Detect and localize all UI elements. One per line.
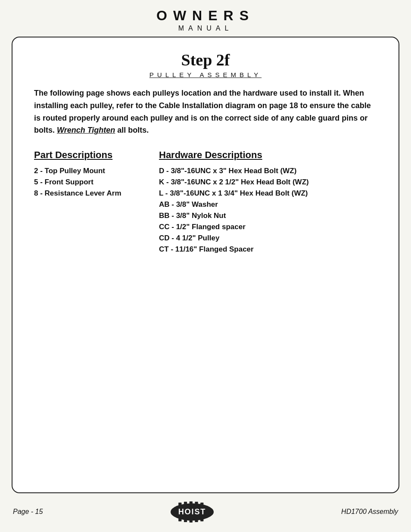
- manual-subtitle: MANUAL: [156, 25, 255, 32]
- step-subtitle: PULLEY ASSEMBLY: [34, 71, 377, 78]
- main-content-box: Step 2f PULLEY ASSEMBLY The following pa…: [12, 37, 399, 493]
- svg-rect-7: [184, 519, 187, 522]
- step-header: Step 2f PULLEY ASSEMBLY: [34, 50, 377, 78]
- descriptions-section: Part Descriptions 2 - Top Pulley Mount 5…: [34, 149, 377, 256]
- header: OWNERS MANUAL: [156, 8, 255, 32]
- hoist-logo-svg: HOIST: [166, 501, 218, 523]
- list-item: AB - 3/8" Washer: [159, 200, 377, 209]
- svg-rect-2: [184, 502, 187, 505]
- svg-rect-6: [178, 518, 181, 521]
- hardware-descriptions-column: Hardware Descriptions D - 3/8"-16UNC x 3…: [159, 149, 377, 256]
- list-item: K - 3/8"-16UNC x 2 1/2" Hex Head Bolt (W…: [159, 178, 377, 187]
- svg-rect-5: [200, 503, 203, 506]
- svg-rect-9: [195, 519, 198, 522]
- intro-text-after: all bolts.: [115, 126, 149, 134]
- svg-rect-8: [189, 520, 192, 523]
- model-name: HD1700 Assembly: [341, 508, 398, 516]
- wrench-tighten-text: Wrench Tighten: [57, 126, 115, 134]
- page-number: Page - 15: [13, 508, 43, 516]
- page-wrapper: OWNERS MANUAL Step 2f PULLEY ASSEMBLY Th…: [0, 0, 411, 532]
- hoist-logo: HOIST: [166, 501, 218, 523]
- hardware-descriptions-heading: Hardware Descriptions: [159, 149, 377, 161]
- list-item: 5 - Front Support: [34, 178, 133, 187]
- list-item: D - 3/8"-16UNC x 3" Hex Head Bolt (WZ): [159, 167, 377, 175]
- hardware-descriptions-list: D - 3/8"-16UNC x 3" Hex Head Bolt (WZ) K…: [159, 167, 377, 254]
- footer: Page - 15 HOIST HD1700: [0, 495, 411, 526]
- part-descriptions-column: Part Descriptions 2 - Top Pulley Mount 5…: [34, 149, 133, 256]
- list-item: 8 - Resistance Lever Arm: [34, 189, 133, 198]
- step-title: Step 2f: [34, 50, 377, 69]
- svg-rect-4: [195, 502, 198, 505]
- list-item: CD - 4 1/2" Pulley: [159, 234, 377, 243]
- list-item: CT - 11/16" Flanged Spacer: [159, 245, 377, 254]
- svg-rect-1: [178, 503, 181, 506]
- list-item: BB - 3/8" Nylok Nut: [159, 212, 377, 220]
- svg-text:HOIST: HOIST: [178, 507, 206, 516]
- svg-rect-10: [200, 518, 203, 521]
- intro-paragraph: The following page shows each pulleys lo…: [34, 87, 377, 137]
- part-descriptions-list: 2 - Top Pulley Mount 5 - Front Support 8…: [34, 167, 133, 198]
- svg-rect-3: [189, 501, 192, 504]
- list-item: CC - 1/2" Flanged spacer: [159, 223, 377, 231]
- list-item: L - 3/8"-16UNC x 1 3/4" Hex Head Bolt (W…: [159, 189, 377, 198]
- owners-title: OWNERS: [156, 8, 255, 24]
- list-item: 2 - Top Pulley Mount: [34, 167, 133, 175]
- part-descriptions-heading: Part Descriptions: [34, 149, 133, 161]
